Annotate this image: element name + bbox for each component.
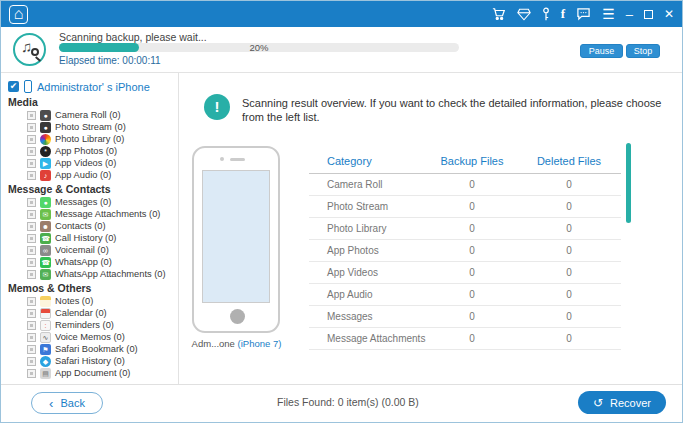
cell-category: App Photos: [309, 245, 429, 256]
item-checkbox[interactable]: [27, 333, 36, 342]
table-row-app-audio: App Audio00: [309, 284, 621, 306]
item-checkbox[interactable]: [27, 171, 36, 180]
item-label: App Audio (0): [55, 170, 111, 180]
sidebar-item-contacts-0[interactable]: ☻Contacts (0): [8, 220, 178, 232]
menu-icon[interactable]: ☰: [602, 6, 615, 22]
cell-backup-files: 0: [429, 311, 515, 322]
cell-deleted-files: 0: [515, 289, 623, 300]
item-checkbox[interactable]: [27, 147, 36, 156]
cell-backup-files: 0: [429, 201, 515, 212]
item-checkbox[interactable]: [27, 234, 36, 243]
device-checkbox[interactable]: ✔: [8, 81, 19, 92]
sidebar-item-voicemail-0[interactable]: ∞Voicemail (0): [8, 244, 178, 256]
item-checkbox[interactable]: [27, 345, 36, 354]
chat-icon[interactable]: [576, 7, 591, 21]
phone-camera-dot: [220, 157, 224, 161]
elapsed-time: Elapsed time: 00:00:11: [59, 55, 161, 66]
item-label: Reminders (0): [55, 320, 114, 330]
sidebar-item-whatsapp-attachments-0[interactable]: ✉WhatsApp Attachments (0): [8, 268, 178, 280]
photo-library-icon: [40, 134, 51, 145]
voicemail-icon: ∞: [40, 245, 51, 256]
item-label: Photo Library (0): [55, 134, 124, 144]
key-icon[interactable]: [542, 7, 550, 21]
sidebar-item-notes-0[interactable]: Notes (0): [8, 295, 178, 307]
cell-category: App Audio: [309, 289, 429, 300]
phone-icon: [24, 80, 32, 93]
safari-bookmark-icon: ⚑: [40, 344, 51, 355]
item-checkbox[interactable]: [27, 159, 36, 168]
item-checkbox[interactable]: [27, 222, 36, 231]
reminders-icon: :: [40, 320, 51, 331]
maximize-button[interactable]: [644, 10, 653, 19]
cell-backup-files: 0: [429, 179, 515, 190]
sidebar-item-app-photos-0[interactable]: *App Photos (0): [8, 145, 178, 157]
item-label: App Document (0): [55, 368, 130, 378]
sidebar-item-call-history-0[interactable]: ☎Call History (0): [8, 232, 178, 244]
progress-percent: 20%: [59, 42, 459, 53]
sidebar-device-row[interactable]: ✔ Administrator' s iPhone: [8, 79, 178, 94]
item-checkbox[interactable]: [27, 111, 36, 120]
item-label: Voice Memos (0): [55, 332, 125, 342]
cell-backup-files: 0: [429, 333, 515, 344]
info-icon: !: [204, 94, 230, 120]
safari-history-icon: ◆: [40, 356, 51, 367]
gem-icon[interactable]: [517, 8, 531, 21]
sidebar-item-whatsapp-0[interactable]: ☎WhatsApp (0): [8, 256, 178, 268]
item-label: Calendar (0): [55, 308, 107, 318]
stop-button[interactable]: Stop: [626, 44, 660, 58]
item-checkbox[interactable]: [27, 270, 36, 279]
contacts-icon: ☻: [40, 221, 51, 232]
item-checkbox[interactable]: [27, 210, 36, 219]
sidebar-item-app-document-0[interactable]: ▤App Document (0): [8, 367, 178, 379]
item-label: Voicemail (0): [55, 245, 109, 255]
item-checkbox[interactable]: [27, 198, 36, 207]
calendar-icon: [40, 308, 51, 319]
pause-button[interactable]: Pause: [580, 44, 623, 58]
item-checkbox[interactable]: [27, 258, 36, 267]
sidebar-item-reminders-0[interactable]: :Reminders (0): [8, 319, 178, 331]
item-checkbox[interactable]: [27, 297, 36, 306]
app-photos-icon: *: [40, 146, 51, 157]
sidebar-item-camera-roll-0[interactable]: ●Camera Roll (0): [8, 109, 178, 121]
phone-model[interactable]: (iPhone 7): [238, 338, 282, 349]
recover-icon: ↺: [593, 396, 603, 410]
item-label: WhatsApp (0): [55, 257, 112, 267]
back-button[interactable]: ‹Back: [31, 392, 103, 414]
cell-deleted-files: 0: [515, 223, 623, 234]
sidebar-item-app-audio-0[interactable]: ♪App Audio (0): [8, 169, 178, 181]
sidebar-section-message-contacts: Message & Contacts: [8, 183, 178, 196]
facebook-icon[interactable]: f: [561, 6, 565, 22]
table-scrollbar[interactable]: [626, 143, 631, 223]
item-label: App Videos (0): [55, 158, 116, 168]
sidebar-item-safari-history-0[interactable]: ◆Safari History (0): [8, 355, 178, 367]
item-checkbox[interactable]: [27, 123, 36, 132]
home-icon[interactable]: ⌂: [9, 5, 28, 24]
sidebar-item-safari-bookmark-0[interactable]: ⚑Safari Bookmark (0): [8, 343, 178, 355]
recover-button[interactable]: ↺Recover: [578, 391, 666, 414]
item-checkbox[interactable]: [27, 321, 36, 330]
sidebar-item-photo-stream-0[interactable]: ●Photo Stream (0): [8, 121, 178, 133]
sidebar-item-message-attachments-0[interactable]: ✉Message Attachments (0): [8, 208, 178, 220]
phone-illustration: [192, 146, 280, 333]
close-button[interactable]: ✕: [664, 7, 674, 21]
item-checkbox[interactable]: [27, 246, 36, 255]
sidebar-item-messages-0[interactable]: ●Messages (0): [8, 196, 178, 208]
camera-roll-icon: ●: [40, 110, 51, 121]
cell-deleted-files: 0: [515, 245, 623, 256]
item-checkbox[interactable]: [27, 357, 36, 366]
item-checkbox[interactable]: [27, 369, 36, 378]
progress-section: ♫ Scanning backup, please wait... 20% El…: [1, 27, 682, 73]
notes-icon: [40, 296, 51, 307]
sidebar-item-calendar-0[interactable]: Calendar (0): [8, 307, 178, 319]
item-checkbox[interactable]: [27, 309, 36, 318]
sidebar-item-app-videos-0[interactable]: ▶App Videos (0): [8, 157, 178, 169]
sidebar-item-photo-library-0[interactable]: Photo Library (0): [8, 133, 178, 145]
phone-screen: [202, 170, 270, 303]
cart-icon[interactable]: [492, 7, 506, 21]
message-attachments-icon: ✉: [40, 209, 51, 220]
sidebar-item-voice-memos-0[interactable]: ∿Voice Memos (0): [8, 331, 178, 343]
item-checkbox[interactable]: [27, 135, 36, 144]
main-panel: ! Scanning result overview. If you want …: [179, 73, 682, 384]
cell-category: Message Attachments: [309, 333, 429, 344]
minimize-button[interactable]: –: [626, 7, 633, 22]
